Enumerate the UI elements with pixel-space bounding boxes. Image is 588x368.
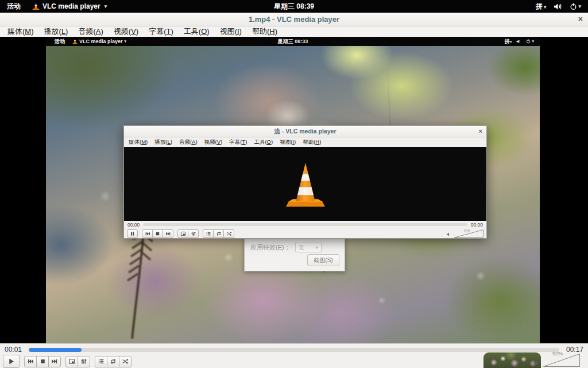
stream-time-total: 00:00 <box>471 222 483 228</box>
extended-settings-button[interactable] <box>78 356 90 367</box>
seekbar-progress <box>29 348 82 352</box>
stream-window-title: 流 - VLC media player <box>124 126 486 136</box>
extended-settings-button <box>188 229 199 238</box>
player-controls <box>3 355 131 368</box>
stream-menubar: 媒体(M) 播放(L) 音频(A) 视频(V) 字幕(T) 工具(O) 视图(I… <box>124 137 486 147</box>
recorded-effects-dialog: 应用特效(E)： 无 ▾ 截图(S) <box>244 239 345 271</box>
chevron-down-icon: ▾ <box>105 3 107 9</box>
menu-subtitle[interactable]: 字幕(T) <box>144 26 179 37</box>
stream-seekbar <box>143 223 467 226</box>
time-elapsed: 00:01 <box>5 346 25 354</box>
menu-playback[interactable]: 播放(L) <box>39 26 74 37</box>
stream-menu-video: 视频(V) <box>201 139 226 146</box>
snapshot-button: 截图(S) <box>307 254 339 266</box>
window-titlebar[interactable]: 1.mp4 - VLC media player × <box>0 13 588 26</box>
video-display-area[interactable]: 活动 VLC media player ▾ 星期三 08:33 拼▾ ▾ <box>0 37 588 343</box>
recorded-vlc-cone-icon <box>72 39 78 44</box>
recorded-ime: 拼▾ <box>505 38 512 45</box>
previous-button[interactable] <box>24 356 37 367</box>
menu-help[interactable]: 帮助(H) <box>247 26 283 37</box>
volume-slider[interactable] <box>543 354 580 367</box>
playlist-button <box>203 229 214 238</box>
loop-button <box>213 229 224 238</box>
next-button[interactable] <box>48 356 61 367</box>
player-bottom-bar: 00:01 00:17 <box>0 343 588 368</box>
recorded-gnome-bar: 活动 VLC media player ▾ 星期三 08:33 拼▾ ▾ <box>46 37 540 46</box>
stream-menu-help: 帮助(H) <box>299 139 324 146</box>
play-button[interactable] <box>3 355 20 368</box>
stream-volume-slider: 0% <box>454 229 483 238</box>
chevron-down-icon: ▾ <box>316 245 318 250</box>
stream-close-button: × <box>479 126 482 136</box>
stream-menu-media: 媒体(M) <box>125 139 151 146</box>
recorded-volume-icon <box>516 39 521 44</box>
gnome-top-bar: 活动 VLC media player ▾ 星期三 08:39 拼▾ ▾ <box>0 0 588 13</box>
stop-button[interactable] <box>36 356 49 367</box>
vlc-cone-logo <box>285 160 326 208</box>
clock[interactable]: 星期三 08:39 <box>274 2 314 12</box>
stream-titlebar: 流 - VLC media player × <box>124 126 486 137</box>
stream-controls: 0% <box>124 228 486 239</box>
window-title: 1.mp4 - VLC media player <box>0 13 588 26</box>
activities-button[interactable]: 活动 <box>7 2 21 12</box>
shuffle-button <box>223 229 234 238</box>
playlist-button[interactable] <box>95 356 107 367</box>
chevron-down-icon: ▾ <box>578 3 581 9</box>
vlc-cone-icon <box>32 2 40 10</box>
stream-seek-row: 00:00 00:00 <box>124 221 486 228</box>
stream-menu-subtitle: 字幕(T) <box>226 139 250 146</box>
menu-view[interactable]: 视图(I) <box>215 26 247 37</box>
loop-button[interactable] <box>107 356 119 367</box>
stream-volume-percent: 0% <box>464 228 470 233</box>
speaker-icon[interactable] <box>533 359 541 366</box>
vlc-menubar: 媒体(M) 播放(L) 音频(A) 视频(V) 字幕(T) 工具(O) 视图(I… <box>0 26 588 37</box>
grass-seedhead <box>108 227 171 342</box>
stream-time-elapsed: 00:00 <box>127 222 140 228</box>
menu-audio[interactable]: 音频(A) <box>73 26 108 37</box>
video-frame[interactable]: 活动 VLC media player ▾ 星期三 08:33 拼▾ ▾ <box>46 37 540 343</box>
effect-select: 无 ▾ <box>295 243 322 252</box>
recorded-clock: 星期三 08:33 <box>278 38 308 45</box>
volume-icon[interactable] <box>554 3 562 10</box>
chevron-down-icon: ▾ <box>125 39 127 44</box>
menu-media[interactable]: 媒体(M) <box>2 26 39 37</box>
video-overlay-patch <box>483 352 541 368</box>
chevron-down-icon: ▾ <box>544 4 547 10</box>
input-method-indicator[interactable]: 拼▾ <box>536 2 547 12</box>
menu-video[interactable]: 视频(V) <box>109 26 144 37</box>
power-menu[interactable]: ▾ <box>570 3 581 10</box>
stream-menu-audio: 音频(A) <box>176 139 201 146</box>
pause-button <box>127 229 138 238</box>
stream-menu-playback: 播放(L) <box>151 139 176 146</box>
close-button[interactable]: × <box>578 13 583 26</box>
previous-button <box>142 229 153 238</box>
next-button <box>163 229 173 238</box>
shuffle-button[interactable] <box>119 356 131 367</box>
stop-button <box>152 229 163 238</box>
recorded-activities: 活动 <box>55 38 65 45</box>
seekbar[interactable] <box>29 348 559 352</box>
recorded-app-name: VLC media player <box>79 39 123 44</box>
volume-area: 92% <box>482 351 586 368</box>
fullscreen-button <box>177 229 188 238</box>
recorded-stream-window: 流 - VLC media player × 媒体(M) 播放(L) 音频(A)… <box>123 125 487 239</box>
app-menu[interactable]: VLC media player ▾ <box>32 2 107 10</box>
menu-tools[interactable]: 工具(O) <box>179 26 215 37</box>
stream-video-area <box>124 147 486 221</box>
apply-effect-label: 应用特效(E)： <box>250 243 291 252</box>
stream-menu-view: 视图(I) <box>276 139 299 146</box>
fullscreen-button[interactable] <box>65 356 78 367</box>
stream-speaker-icon <box>446 232 451 237</box>
stream-menu-tools: 工具(O) <box>250 139 276 146</box>
recorded-power-icon: ▾ <box>526 39 534 44</box>
